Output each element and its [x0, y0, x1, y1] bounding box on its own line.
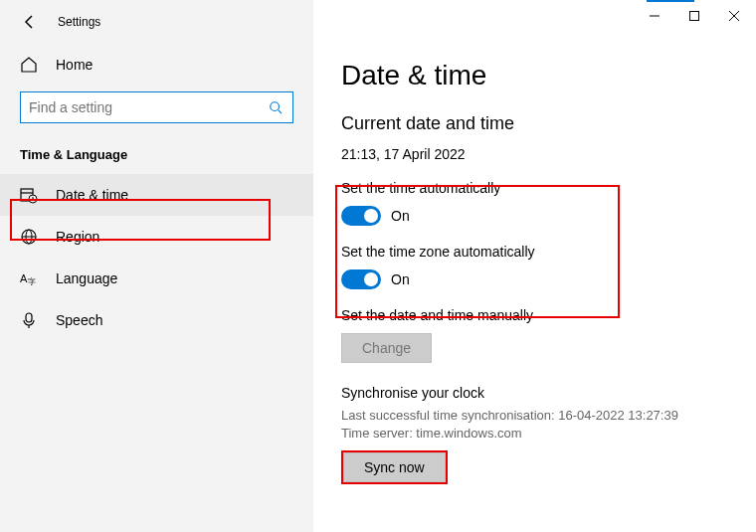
sync-last: Last successful time synchronisation: 16… [341, 407, 728, 425]
sync-server: Time server: time.windows.com [341, 425, 728, 443]
microphone-icon [20, 311, 38, 329]
svg-rect-12 [26, 313, 32, 322]
home-label: Home [56, 57, 93, 73]
auto-time-toggle[interactable] [341, 206, 381, 226]
nav-label: Region [56, 229, 99, 245]
home-icon [20, 56, 38, 74]
maximize-button[interactable] [686, 8, 702, 24]
nav-label: Speech [56, 312, 102, 328]
minimize-button[interactable] [647, 8, 662, 24]
highlight-box: Sync now [341, 450, 448, 484]
auto-time-label: Set the time automatically [341, 180, 728, 196]
nav-label: Language [56, 270, 117, 286]
svg-line-1 [279, 110, 283, 114]
close-button[interactable] [726, 8, 742, 24]
subhead: Current date and time [341, 113, 728, 134]
auto-tz-toggle[interactable] [341, 269, 381, 289]
current-datetime: 21:13, 17 April 2022 [341, 146, 728, 162]
search-input[interactable] [29, 99, 267, 115]
svg-point-0 [271, 102, 280, 111]
page-title: Date & time [341, 60, 728, 91]
nav-date-time[interactable]: Date & time [0, 174, 313, 216]
back-button[interactable] [20, 12, 40, 32]
search-icon [267, 98, 284, 116]
sync-now-button[interactable]: Sync now [343, 452, 446, 482]
sync-head: Synchronise your clock [341, 385, 728, 401]
manual-label: Set the date and time manually [341, 307, 728, 323]
auto-tz-state: On [391, 271, 410, 287]
calendar-clock-icon [20, 186, 38, 204]
auto-tz-label: Set the time zone automatically [341, 244, 728, 260]
nav-region[interactable]: Region [0, 216, 313, 258]
home-nav[interactable]: Home [0, 46, 313, 84]
app-title: Settings [58, 15, 100, 29]
svg-text:字: 字 [28, 277, 36, 286]
svg-text:A: A [20, 272, 28, 284]
auto-time-state: On [391, 208, 410, 224]
nav-label: Date & time [56, 187, 128, 203]
globe-icon [20, 228, 38, 246]
section-title: Time & Language [0, 137, 313, 174]
nav-speech[interactable]: Speech [0, 299, 313, 341]
change-button: Change [341, 333, 432, 363]
language-icon: A字 [20, 269, 38, 287]
svg-rect-15 [690, 12, 699, 21]
search-input-wrapper[interactable] [20, 91, 293, 123]
title-accent [647, 0, 694, 2]
nav-language[interactable]: A字 Language [0, 258, 313, 299]
